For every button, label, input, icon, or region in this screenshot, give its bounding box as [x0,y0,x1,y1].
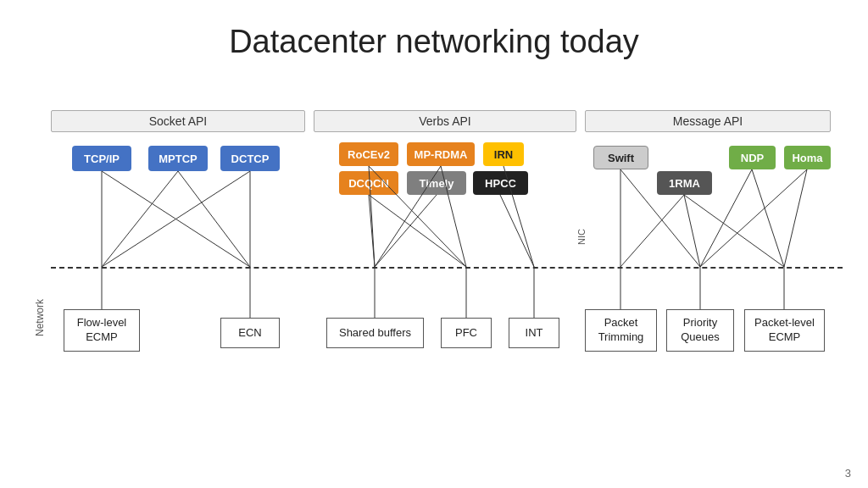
pfc-box: PFC [441,318,492,348]
svg-line-7 [102,171,250,267]
flow-ecmp-box: Flow-level ECMP [64,309,140,352]
svg-line-17 [369,195,466,267]
slide-title: Datacenter networking today [0,0,868,69]
int-box: INT [509,318,559,348]
svg-line-5 [178,171,250,267]
diagram-area: Socket API Verbs API Message API TCP/IP … [25,110,843,463]
dcqcn-box: DCQCN [339,171,398,195]
tcpip-box: TCP/IP [72,146,131,171]
svg-line-30 [700,169,807,267]
svg-line-18 [375,195,437,267]
priority-queues-box: Priority Queues [666,309,734,352]
nic-label: NIC [576,212,587,263]
ecn-box: ECN [220,318,280,348]
hpcc-box: HPCC [473,171,528,195]
svg-line-31 [684,195,784,267]
socket-api-section: Socket API [51,110,305,132]
swift-box: Swift [593,146,648,169]
svg-line-4 [102,171,178,267]
svg-line-24 [620,195,684,267]
svg-line-27 [752,169,784,267]
slide: Datacenter networking today Socket API V… [0,0,868,488]
timely-box: Timely [407,171,466,195]
svg-line-25 [684,195,700,267]
irn-box: IRN [483,142,524,166]
svg-line-2 [102,171,250,267]
packet-trimming-box: Packet Trimming [585,309,657,352]
packet-ecmp-box: Packet-level ECMP [744,309,825,352]
mprdma-box: MP-RDMA [407,142,475,166]
message-api-section: Message API [585,110,831,132]
svg-line-19 [500,195,534,267]
svg-line-16 [369,195,375,267]
nic-dashed-line [51,267,843,269]
verbs-api-section: Verbs API [314,110,576,132]
ndp-box: NDP [729,146,776,169]
1rma-box: 1RMA [657,171,712,195]
shared-buffers-box: Shared buffers [326,318,424,348]
homa-box: Homa [784,146,831,169]
rocev2-box: RoCEv2 [339,142,398,166]
dctcp-box: DCTCP [220,146,280,171]
svg-line-29 [784,169,807,267]
mptcp-box: MPTCP [148,146,208,171]
slide-number: 3 [845,467,851,480]
network-label: Network [34,288,46,347]
